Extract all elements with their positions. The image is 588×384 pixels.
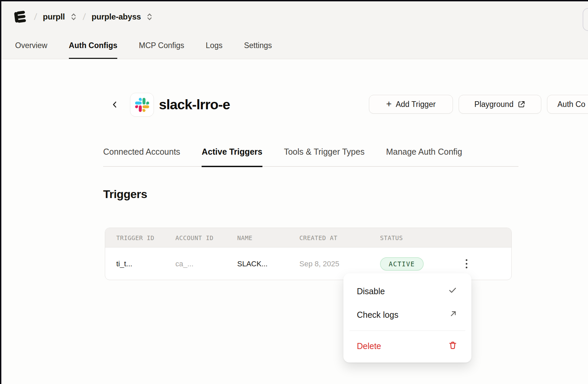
triggers-table: TRIGGER ID ACCOUNT ID NAME CREATED AT ST… <box>105 228 512 280</box>
check-logs-label: Check logs <box>357 310 398 320</box>
auth-config-button-cut-off[interactable]: Auth Co <box>547 95 588 114</box>
trash-icon <box>448 341 457 352</box>
breadcrumb-org[interactable]: purpll <box>43 12 65 22</box>
playground-label: Playground <box>474 100 513 109</box>
tab-settings[interactable]: Settings <box>244 41 272 59</box>
app-window: / purpll / purple-abyss Overview Auth Co… <box>0 0 588 384</box>
column-header-status: STATUS <box>380 234 403 241</box>
cell-trigger-id: ti_t... <box>116 260 132 268</box>
delete-label: Delete <box>357 341 381 351</box>
column-header-created-at: CREATED AT <box>299 234 337 241</box>
tab-tools-trigger-types[interactable]: Tools & Trigger Types <box>284 147 365 166</box>
project-switcher-icon[interactable] <box>146 12 153 21</box>
org-switcher-icon[interactable] <box>70 12 77 21</box>
tab-connected-accounts[interactable]: Connected Accounts <box>103 147 180 166</box>
breadcrumb-separator: / <box>34 12 37 22</box>
top-right-cut-off-button[interactable] <box>583 8 588 31</box>
cell-name: SLACK... <box>237 260 267 268</box>
column-header-trigger-id: TRIGGER ID <box>116 234 154 241</box>
top-bar: / purpll / purple-abyss Overview Auth Co… <box>0 0 588 59</box>
toolkit-icon-container <box>130 93 154 117</box>
table-header: TRIGGER ID ACCOUNT ID NAME CREATED AT ST… <box>105 228 511 247</box>
playground-button[interactable]: Playground <box>459 95 541 114</box>
menu-divider <box>349 331 465 331</box>
menu-item-disable[interactable]: Disable <box>343 279 471 303</box>
menu-item-delete[interactable]: Delete <box>343 334 471 358</box>
window-top-edge <box>0 0 588 1</box>
breadcrumb: / purpll / purple-abyss <box>13 8 153 26</box>
status-badge: ACTIVE <box>380 257 424 271</box>
primary-tabs: Overview Auth Configs MCP Configs Logs S… <box>15 41 272 59</box>
column-header-name: NAME <box>237 234 252 241</box>
breadcrumb-project[interactable]: purple-abyss <box>92 12 141 22</box>
breadcrumb-separator: / <box>82 12 86 22</box>
cell-account-id: ca_... <box>175 260 194 268</box>
row-kebab-menu-icon[interactable] <box>462 258 471 270</box>
plus-icon: + <box>386 99 391 109</box>
tab-mcp-configs[interactable]: MCP Configs <box>139 41 184 59</box>
tab-logs[interactable]: Logs <box>206 41 222 59</box>
toolkit-actions: + Add Trigger Playground Auth Co <box>369 95 588 114</box>
column-header-account-id: ACCOUNT ID <box>175 234 213 241</box>
external-link-icon <box>517 100 526 108</box>
slack-icon <box>135 98 149 112</box>
disable-label: Disable <box>357 286 385 296</box>
tab-auth-configs[interactable]: Auth Configs <box>69 41 117 59</box>
menu-item-check-logs[interactable]: Check logs <box>343 303 471 327</box>
tab-overview[interactable]: Overview <box>15 41 47 59</box>
tab-active-triggers[interactable]: Active Triggers <box>202 147 262 167</box>
cell-created-at: Sep 8, 2025 <box>299 260 339 268</box>
page-title: slack-lrro-e <box>159 97 230 113</box>
section-heading: Triggers <box>103 188 147 201</box>
arrow-up-right-icon <box>449 310 457 320</box>
window-left-edge <box>0 0 1 384</box>
add-trigger-label: Add Trigger <box>396 100 436 109</box>
row-context-menu: Disable Check logs Delete <box>343 273 471 362</box>
tab-manage-auth-config[interactable]: Manage Auth Config <box>386 147 462 166</box>
chevron-left-icon <box>111 100 119 110</box>
check-icon <box>448 285 457 297</box>
back-button[interactable] <box>110 100 120 110</box>
add-trigger-button[interactable]: + Add Trigger <box>369 95 453 114</box>
auth-config-label: Auth Co <box>557 100 585 109</box>
secondary-tabs: Connected Accounts Active Triggers Tools… <box>103 147 518 167</box>
composio-logo[interactable] <box>13 9 28 25</box>
composio-logo-icon <box>13 9 28 25</box>
